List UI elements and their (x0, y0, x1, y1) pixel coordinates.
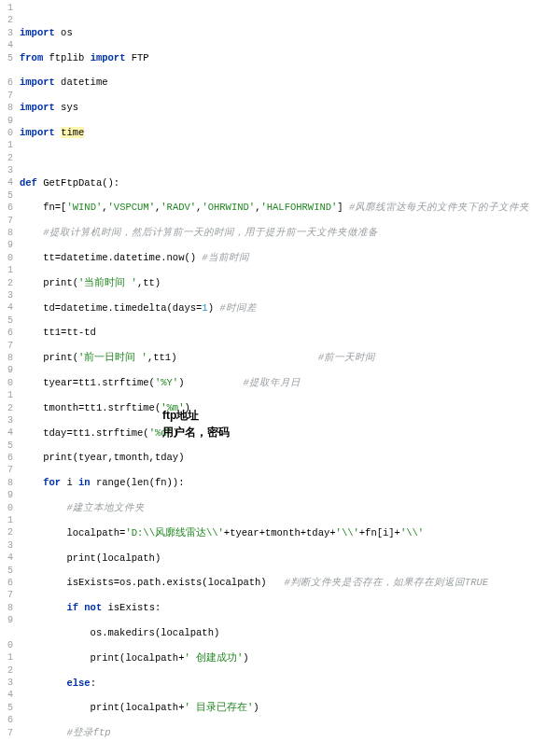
str: '\\' (400, 527, 424, 538)
tok: ,tt) (137, 277, 161, 288)
tok: td=datetime.timedelta(days= (20, 302, 202, 314)
tok: isExists=os.path.exists(localpath) (20, 577, 285, 588)
str: 'VSPCUM' (108, 202, 155, 213)
tok: tyear=tt1.strftime( (20, 377, 155, 388)
kw-for: for (20, 477, 61, 488)
kw-def: def (20, 177, 37, 189)
tok: datetime (55, 77, 108, 88)
str: '%Y' (155, 377, 178, 388)
code-editor: 1234567890123456789012345678901234567890… (0, 0, 560, 741)
func-name: GetFtpData (37, 177, 102, 189)
tok: tmonth=tt1.strftime( (20, 402, 161, 413)
line-number-gutter: 1234567890123456789012345678901234567890… (0, 0, 16, 741)
str: '当前时间 ' (78, 277, 137, 288)
kw-import: import (91, 52, 126, 63)
str: 'OHRWIND' (202, 202, 255, 213)
comment: #前一天时间 (176, 352, 375, 363)
code-lines[interactable]: import os from ftplib import FTP import … (16, 0, 560, 741)
comment: #判断文件夹是否存在，如果存在则返回TRUE (285, 577, 489, 588)
kw-import: import (20, 77, 55, 88)
str: '\\' (336, 527, 359, 538)
tok: ) (178, 377, 243, 388)
tok: ) (253, 702, 259, 713)
str: 'RADV' (161, 202, 196, 213)
tok: print(localpath+ (20, 652, 184, 664)
tok: os (55, 27, 73, 38)
comment: #时间差 (219, 302, 256, 314)
tok: (): (102, 177, 119, 189)
overlay-credentials: 用户名，密码 (162, 426, 230, 439)
tok: ,tt1) (147, 352, 177, 363)
tok: localpath= (20, 527, 125, 538)
str: 'WIND' (66, 202, 102, 213)
tok: print( (20, 277, 78, 288)
tok: print(localpath) (20, 552, 161, 564)
tok: print(tyear,tmonth,tday) (20, 452, 184, 463)
comment: #登录ftp (20, 727, 111, 738)
overlay-ftp-addr: ftp地址 (162, 410, 199, 422)
hl-time: time (61, 127, 84, 138)
kw-if-not: if not (20, 602, 102, 613)
kw-import: import (20, 102, 55, 113)
tok: sys (55, 102, 78, 113)
kw-from: from (20, 52, 43, 63)
kw-in: in (78, 477, 91, 488)
kw-import: import (20, 27, 55, 38)
comment: #提取年月日 (243, 377, 300, 388)
tok: +tyear+tmonth+tday+ (224, 527, 336, 538)
tok: range(len(fn)): (91, 477, 185, 488)
str: 'HALFOHRWIND' (260, 202, 337, 213)
comment: #提取计算机时间，然后计算前一天的时间，用于提升前一天文件夹做准备 (20, 227, 378, 238)
str: 'D:\\风廓线雷达\\' (125, 527, 223, 538)
tok: os.makedirs(localpath) (20, 627, 219, 638)
tok: tt1=tt-td (20, 327, 96, 338)
comment: #建立本地文件夹 (20, 502, 145, 513)
tok: isExists: (102, 602, 161, 613)
kw-else: else (20, 678, 91, 689)
str: '前一日时间 ' (78, 352, 147, 363)
tok: : (91, 678, 96, 689)
tok: FTP (125, 52, 148, 63)
tok: print(localpath+ (20, 702, 184, 713)
tok: fn=[ (20, 202, 66, 213)
tok: tt=datetime.datetime.now() (20, 252, 202, 263)
tok: tday=tt1.strftime( (20, 427, 149, 439)
tok: ) (208, 302, 220, 314)
kw-import: import (20, 127, 55, 138)
tok: i (61, 477, 78, 488)
tok: ) (243, 652, 248, 664)
tok: +fn[i]+ (359, 527, 400, 538)
str: ' 创建成功' (184, 652, 243, 664)
tok: ftplib (43, 52, 90, 63)
comment: #当前时间 (202, 252, 248, 263)
comment: #风廓线雷达每天的文件夹下的子文件夹 (343, 202, 530, 213)
str: ' 目录已存在' (184, 702, 253, 713)
tok: print( (20, 352, 78, 363)
